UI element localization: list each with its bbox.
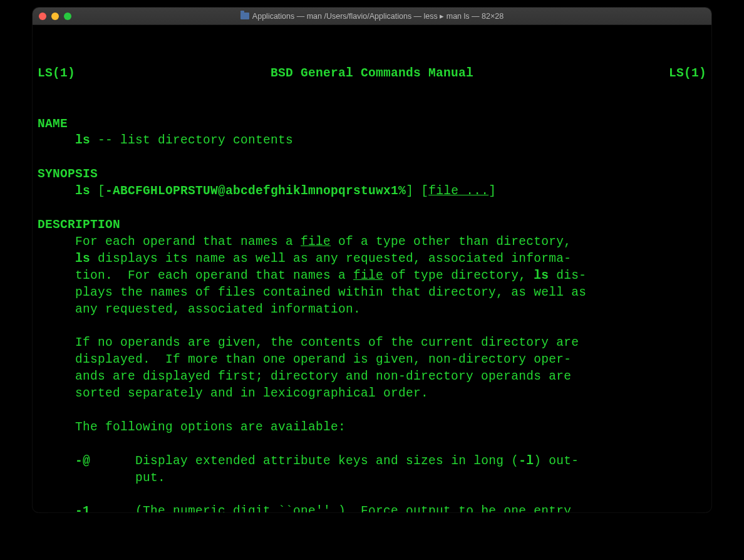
desc-p1-l1a: For each operand that names a xyxy=(75,235,301,249)
synopsis-file: file xyxy=(428,184,458,198)
traffic-lights xyxy=(39,13,71,20)
desc-p1-l3a: tion. For each operand that names a xyxy=(75,269,353,283)
desc-p1-file1: file xyxy=(301,235,331,249)
name-desc: list directory contents xyxy=(120,133,293,147)
desc-p2-l4: sorted separately and in lexicographical… xyxy=(75,386,428,400)
opt-at-l1a: Display extended attribute keys and size… xyxy=(135,454,519,468)
header-right: LS(1) xyxy=(669,65,706,82)
desc-p1-l4: plays the names of files contained withi… xyxy=(75,286,586,299)
name-dash: -- xyxy=(90,133,120,147)
section-synopsis-heading: SYNOPSIS xyxy=(38,167,98,181)
desc-p2-l3: ands are displayed first; directory and … xyxy=(75,370,571,383)
desc-p1-ls1: ls xyxy=(75,252,90,266)
desc-p2-l1: If no operands are given, the contents o… xyxy=(75,336,579,350)
synopsis-ellipsis: ... xyxy=(458,184,488,198)
desc-p1-ls2: ls xyxy=(534,269,549,283)
opt-at-flag: -@ xyxy=(75,454,90,468)
opt-at-l2: put. xyxy=(135,471,165,485)
terminal-window: Applications — man /Users/flavio/Applica… xyxy=(33,8,711,512)
window-title-text: Applications — man /Users/flavio/Applica… xyxy=(252,11,504,21)
synopsis-flags: -ABCFGHLOPRSTUW@abcdefghiklmnopqrstuwx1% xyxy=(105,184,406,198)
synopsis-open: [ xyxy=(90,184,105,198)
desc-p1-l3c: dis- xyxy=(549,269,586,283)
section-description-heading: DESCRIPTION xyxy=(38,218,120,232)
window-titlebar[interactable]: Applications — man /Users/flavio/Applica… xyxy=(33,8,711,25)
opt-at-l: -l xyxy=(519,454,534,468)
opt-1-l1: (The numeric digit ``one''.) Force outpu… xyxy=(135,504,571,512)
desc-p1-l2a: displays its name as well as any request… xyxy=(90,252,571,266)
minimize-button[interactable] xyxy=(51,13,59,20)
section-name-heading: NAME xyxy=(38,117,68,131)
man-page: LS(1)BSD General Commands ManualLS(1) NA… xyxy=(38,48,706,512)
desc-p3-l1: The following options are available: xyxy=(75,420,346,434)
header-left: LS(1) xyxy=(38,65,75,82)
desc-p1-file2: file xyxy=(353,269,383,283)
name-cmd: ls xyxy=(75,133,90,147)
synopsis-end: ] xyxy=(488,184,496,198)
desc-p1-l1b: of a type other than directory, xyxy=(331,235,571,249)
maximize-button[interactable] xyxy=(64,13,71,20)
window-title: Applications — man /Users/flavio/Applica… xyxy=(33,11,711,21)
desc-p1-l3b: of type directory, xyxy=(383,269,534,283)
terminal-content[interactable]: LS(1)BSD General Commands ManualLS(1) NA… xyxy=(33,25,711,512)
desc-p2-l2: displayed. If more than one operand is g… xyxy=(75,353,571,366)
synopsis-close: ] [ xyxy=(406,184,428,198)
desc-p1-l5: any requested, associated information. xyxy=(75,303,361,316)
opt-1-flag: -1 xyxy=(75,504,90,512)
folder-icon xyxy=(240,13,249,19)
close-button[interactable] xyxy=(39,13,46,20)
manpage-header: LS(1)BSD General Commands ManualLS(1) xyxy=(38,65,706,82)
header-center: BSD General Commands Manual xyxy=(75,65,669,82)
synopsis-cmd: ls xyxy=(75,184,90,198)
opt-at-l1b: ) out- xyxy=(534,454,579,468)
